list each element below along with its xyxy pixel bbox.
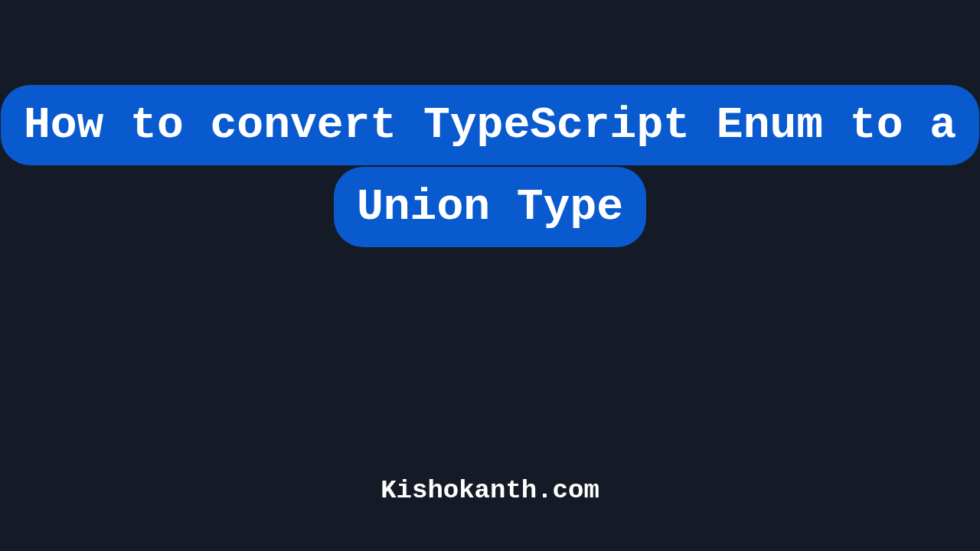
article-title: How to convert TypeScript Enum to a Unio… (1, 85, 979, 247)
site-name: Kishokanth.com (381, 476, 599, 505)
title-container: How to convert TypeScript Enum to a Unio… (0, 84, 980, 249)
